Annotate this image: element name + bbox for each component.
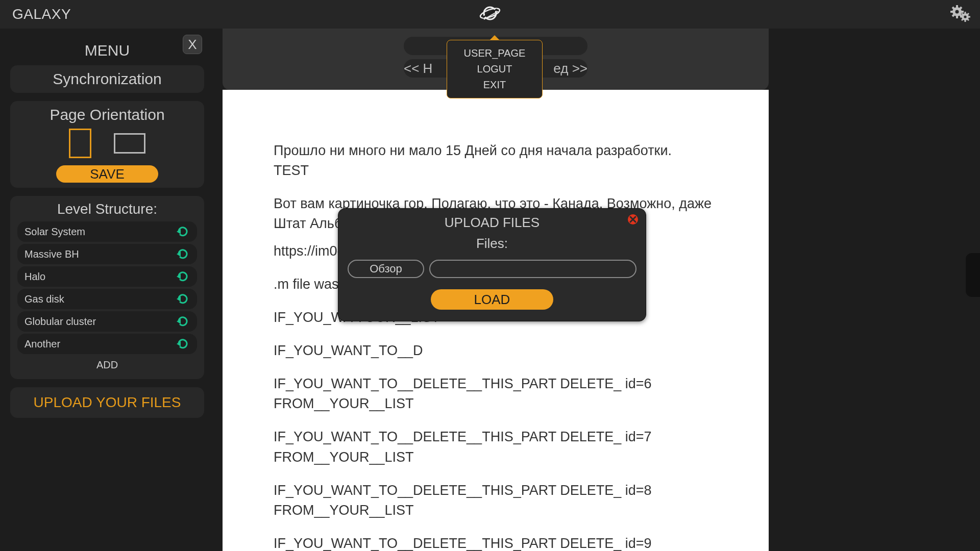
upload-modal-files-label: Files: bbox=[348, 236, 636, 252]
svg-point-15 bbox=[964, 15, 966, 18]
orientation-portrait[interactable] bbox=[69, 129, 91, 158]
close-icon[interactable] bbox=[627, 214, 639, 227]
sync-section[interactable]: Synchronization bbox=[10, 65, 204, 93]
page-text: IF_YOU_WANT_TO__DELETE__THIS_PART DELETE… bbox=[274, 481, 738, 520]
reload-icon[interactable] bbox=[177, 271, 190, 282]
user-menu: USER_PAGE LOGUT EXIT bbox=[447, 40, 543, 98]
level-item-label: Gas disk bbox=[24, 293, 64, 305]
file-path-input[interactable] bbox=[429, 260, 636, 278]
level-item-label: Solar System bbox=[24, 226, 85, 238]
level-item-label: Globular cluster bbox=[24, 316, 96, 328]
sync-label: Synchronization bbox=[17, 70, 197, 88]
level-item-label: Massive BH bbox=[24, 248, 79, 260]
page-text: IF_YOU_WANT_TO__DELETE__THIS_PART DELETE… bbox=[274, 427, 738, 467]
upload-modal-title: UPLOAD FILES bbox=[348, 215, 636, 231]
orientation-section: Page Orientation SAVE bbox=[10, 101, 204, 188]
level-item-solar-system[interactable]: Solar System bbox=[17, 221, 197, 242]
load-button[interactable]: LOAD bbox=[431, 289, 553, 310]
page-text: Прошло ни много ни мало 15 Дней со дня н… bbox=[274, 141, 738, 181]
level-item-gas-disk[interactable]: Gas disk bbox=[17, 289, 197, 309]
orientation-landscape[interactable] bbox=[114, 133, 145, 154]
page-text: IF_YOU_WANT_TO__DELETE__THIS_PART DELETE… bbox=[274, 374, 738, 414]
user-menu-userpage[interactable]: USER_PAGE bbox=[447, 45, 542, 61]
page-text: IF_YOU_WANT_TO__D bbox=[274, 341, 738, 361]
add-level-button[interactable]: ADD bbox=[17, 356, 197, 374]
sidebar: X MENU Synchronization Page Orientation … bbox=[0, 29, 214, 551]
page-text: IF_YOU_WANT_TO__DELETE__THIS_PART DELETE… bbox=[274, 534, 738, 551]
menu-title: MENU bbox=[10, 42, 204, 59]
reload-icon[interactable] bbox=[177, 249, 190, 259]
upload-modal: UPLOAD FILES Files: Обзор LOAD bbox=[338, 208, 646, 321]
reload-icon[interactable] bbox=[177, 339, 190, 349]
level-structure-section: Level Structure: Solar System Massive BH… bbox=[10, 196, 204, 379]
logo-icon[interactable] bbox=[479, 2, 501, 27]
level-item-label: Another bbox=[24, 338, 60, 350]
app-title: GALAXY bbox=[12, 6, 71, 22]
orientation-label: Page Orientation bbox=[17, 106, 197, 123]
level-item-massive-bh[interactable]: Massive BH bbox=[17, 244, 197, 264]
nav-next-fragment: ед >> bbox=[553, 61, 587, 77]
save-button[interactable]: SAVE bbox=[56, 165, 158, 183]
reload-icon[interactable] bbox=[177, 316, 190, 327]
level-structure-label: Level Structure: bbox=[17, 201, 197, 217]
level-item-label: Halo bbox=[24, 271, 45, 283]
nav-prev-fragment: << Н bbox=[404, 61, 432, 77]
level-item-halo[interactable]: Halo bbox=[17, 266, 197, 287]
right-edge-handle[interactable] bbox=[966, 253, 980, 297]
settings-icon[interactable] bbox=[950, 5, 971, 23]
svg-point-9 bbox=[955, 10, 959, 14]
browse-button[interactable]: Обзор bbox=[348, 260, 424, 278]
user-menu-exit[interactable]: EXIT bbox=[447, 77, 542, 93]
reload-icon[interactable] bbox=[177, 227, 190, 237]
reload-icon[interactable] bbox=[177, 294, 190, 304]
level-item-globular-cluster[interactable]: Globular cluster bbox=[17, 311, 197, 332]
upload-files-button[interactable]: UPLOAD YOUR FILES bbox=[10, 387, 204, 418]
topbar: GALAXY bbox=[0, 0, 980, 29]
level-item-another[interactable]: Another bbox=[17, 334, 197, 354]
close-menu-button[interactable]: X bbox=[183, 35, 202, 54]
user-menu-logout[interactable]: LOGUT bbox=[447, 61, 542, 77]
